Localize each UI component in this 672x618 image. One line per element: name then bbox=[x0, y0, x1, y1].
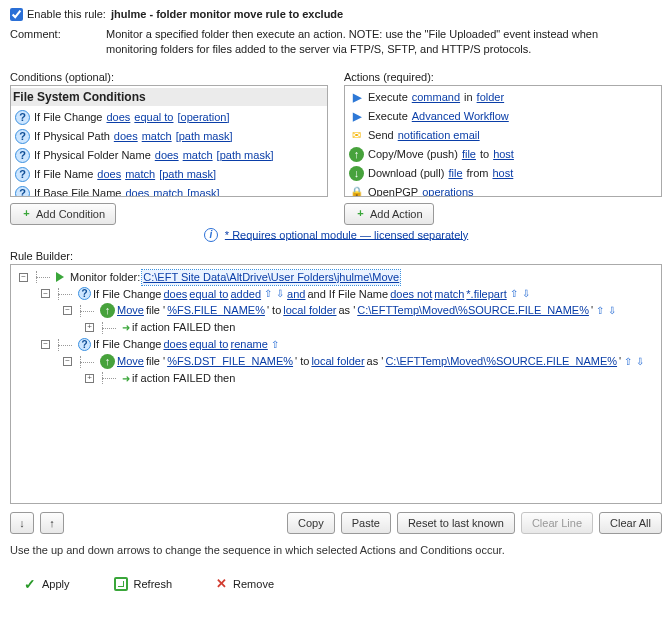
info-icon: i bbox=[204, 228, 218, 242]
tree-action-move[interactable]: − ↑ Move file '%FS.DST_FILE_NAME%' to lo… bbox=[13, 353, 655, 370]
tree-condition[interactable]: − ? If File Change does equal to rename … bbox=[13, 336, 655, 353]
conditions-listbox[interactable]: File System Conditions ? If File Change … bbox=[10, 85, 328, 197]
run-icon: ▶ bbox=[349, 109, 364, 124]
condition-item[interactable]: ? If Base File Name does match [mask] bbox=[15, 184, 323, 197]
collapse-icon[interactable]: − bbox=[19, 273, 28, 282]
comment-text: Monitor a specified folder then execute … bbox=[106, 27, 662, 57]
add-action-button[interactable]: + Add Action bbox=[344, 203, 434, 225]
play-icon bbox=[56, 272, 64, 282]
arrow-down-icon: ↓ bbox=[349, 166, 364, 181]
action-item[interactable]: ↓Download (pull) file from host bbox=[349, 164, 657, 183]
tree-action-move[interactable]: − ↑ Move file '%FS.FILE_NAME%' to local … bbox=[13, 302, 655, 319]
expand-icon[interactable]: + bbox=[85, 323, 94, 332]
question-icon: ? bbox=[15, 167, 30, 182]
down-arrow-icon[interactable]: ⇩ bbox=[521, 287, 531, 301]
condition-item[interactable]: ? If Physical Folder Name does match [pa… bbox=[15, 146, 323, 165]
arrow-up-icon: ↑ bbox=[100, 354, 115, 369]
comment-label: Comment: bbox=[10, 27, 106, 40]
tree-root-monitor[interactable]: − Monitor folder: C:\EFT Site Data\AltDr… bbox=[13, 269, 655, 286]
collapse-icon[interactable]: − bbox=[41, 289, 50, 298]
question-icon: ? bbox=[78, 338, 91, 351]
enable-rule-row: Enable this rule: jhulme - folder monito… bbox=[10, 8, 662, 21]
expand-icon[interactable]: + bbox=[85, 374, 94, 383]
enable-rule-label: Enable this rule: jhulme - folder monito… bbox=[27, 8, 343, 20]
clear-all-button[interactable]: Clear All bbox=[599, 512, 662, 534]
enable-rule-checkbox[interactable] bbox=[10, 8, 23, 21]
legend-apply: ✓ Apply bbox=[24, 576, 70, 592]
down-arrow-icon[interactable]: ⇩ bbox=[635, 355, 645, 369]
legend-row: ✓ Apply Refresh ✕ Remove bbox=[10, 576, 662, 592]
x-icon: ✕ bbox=[216, 576, 227, 591]
tree-connector bbox=[98, 372, 118, 384]
move-down-button[interactable]: ↓ bbox=[10, 512, 34, 534]
tree-connector bbox=[32, 271, 52, 283]
question-icon: ? bbox=[78, 287, 91, 300]
up-arrow-icon: ↑ bbox=[49, 517, 55, 529]
collapse-icon[interactable]: − bbox=[63, 357, 72, 366]
paste-button[interactable]: Paste bbox=[341, 512, 391, 534]
refresh-icon bbox=[114, 577, 128, 591]
tree-connector bbox=[54, 288, 74, 300]
arrow-up-icon: ↑ bbox=[349, 147, 364, 162]
conditions-column: Conditions (optional): File System Condi… bbox=[10, 71, 328, 225]
condition-item[interactable]: ? If File Change does equal to [operatio… bbox=[15, 108, 323, 127]
action-item[interactable]: ✉Send notification email bbox=[349, 126, 657, 145]
rule-builder-tree[interactable]: − Monitor folder: C:\EFT Site Data\AltDr… bbox=[10, 264, 662, 504]
comment-row: Comment: Monitor a specified folder then… bbox=[10, 27, 662, 57]
collapse-icon[interactable]: − bbox=[63, 306, 72, 315]
clear-line-button[interactable]: Clear Line bbox=[521, 512, 593, 534]
legend-refresh: Refresh bbox=[114, 577, 173, 591]
reset-button[interactable]: Reset to last known bbox=[397, 512, 515, 534]
monitor-folder-link[interactable]: C:\EFT Site Data\AltDrive\User Folders\j… bbox=[142, 270, 400, 285]
up-arrow-icon[interactable]: ⇧ bbox=[623, 355, 633, 369]
plus-icon: + bbox=[355, 208, 366, 219]
lock-icon: 🔒 bbox=[349, 185, 364, 197]
conditions-group-header: File System Conditions bbox=[11, 88, 327, 106]
rule-editor-panel: Enable this rule: jhulme - folder monito… bbox=[0, 0, 672, 618]
tree-connector bbox=[54, 339, 74, 351]
tree-connector bbox=[98, 322, 118, 334]
action-item[interactable]: ▶Execute Advanced Workflow bbox=[349, 107, 657, 126]
sequence-hint: Use the up and down arrows to change the… bbox=[10, 544, 662, 556]
question-icon: ? bbox=[15, 129, 30, 144]
conditions-label: Conditions (optional): bbox=[10, 71, 328, 83]
question-icon: ? bbox=[15, 148, 30, 163]
tree-failure-branch[interactable]: + ➜ if action FAILED then bbox=[13, 370, 655, 387]
question-icon: ? bbox=[15, 186, 30, 197]
actions-column: Actions (required): ▶Execute command in … bbox=[344, 71, 662, 225]
copy-button[interactable]: Copy bbox=[287, 512, 335, 534]
up-arrow-icon[interactable]: ⇧ bbox=[595, 304, 605, 318]
check-icon: ✓ bbox=[24, 576, 36, 592]
tree-condition[interactable]: − ? If File Change does equal to added ⇧… bbox=[13, 286, 655, 303]
actions-label: Actions (required): bbox=[344, 71, 662, 83]
action-item[interactable]: 🔒OpenPGP operations bbox=[349, 183, 657, 197]
right-arrow-icon: ➜ bbox=[122, 321, 130, 335]
collapse-icon[interactable]: − bbox=[41, 340, 50, 349]
right-arrow-icon: ➜ bbox=[122, 372, 130, 386]
action-item[interactable]: ▶Execute command in folder bbox=[349, 88, 657, 107]
condition-item[interactable]: ? If Physical Path does match [path mask… bbox=[15, 127, 323, 146]
condition-item[interactable]: ? If File Name does match [path mask] bbox=[15, 165, 323, 184]
license-note: i * Requires optional module — licensed … bbox=[10, 228, 662, 242]
actions-listbox[interactable]: ▶Execute command in folder▶Execute Advan… bbox=[344, 85, 662, 197]
down-arrow-icon[interactable]: ⇩ bbox=[275, 287, 285, 301]
move-up-button[interactable]: ↑ bbox=[40, 512, 64, 534]
tree-failure-branch[interactable]: + ➜ if action FAILED then bbox=[13, 319, 655, 336]
arrow-up-icon: ↑ bbox=[100, 303, 115, 318]
run-icon: ▶ bbox=[349, 90, 364, 105]
down-arrow-icon: ↓ bbox=[19, 517, 25, 529]
question-icon: ? bbox=[15, 110, 30, 125]
up-arrow-icon[interactable]: ⇧ bbox=[509, 287, 519, 301]
action-item[interactable]: ↑Copy/Move (push) file to host bbox=[349, 145, 657, 164]
license-link[interactable]: * Requires optional module — licensed se… bbox=[225, 228, 468, 240]
legend-remove: ✕ Remove bbox=[216, 576, 274, 591]
down-arrow-icon[interactable]: ⇩ bbox=[607, 304, 617, 318]
tree-connector bbox=[76, 356, 96, 368]
add-condition-button[interactable]: + Add Condition bbox=[10, 203, 116, 225]
mail-icon: ✉ bbox=[349, 128, 364, 143]
plus-icon: + bbox=[21, 208, 32, 219]
up-arrow-icon[interactable]: ⇧ bbox=[270, 338, 280, 352]
bottom-button-row: ↓ ↑ Copy Paste Reset to last known Clear… bbox=[10, 512, 662, 534]
up-arrow-icon[interactable]: ⇧ bbox=[263, 287, 273, 301]
tree-connector bbox=[76, 305, 96, 317]
